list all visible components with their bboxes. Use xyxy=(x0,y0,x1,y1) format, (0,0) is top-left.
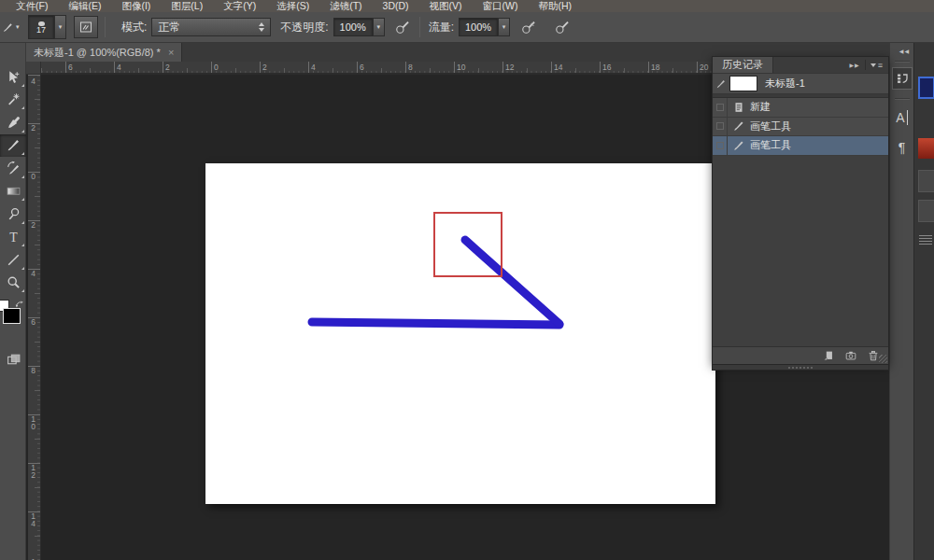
tool-flyout-arrow xyxy=(21,198,24,201)
menu-item-5[interactable]: 文字(Y) xyxy=(213,0,266,11)
hruler-label: 0 xyxy=(214,63,219,72)
history-source-checkbox[interactable] xyxy=(713,98,728,117)
canvas-drawing xyxy=(205,163,715,504)
panel-menu-icon[interactable]: ≡ xyxy=(866,61,888,70)
flow-value: 100% xyxy=(465,21,491,33)
panel-resize-grip[interactable] xyxy=(879,355,887,363)
history-step-row[interactable]: 新建 xyxy=(713,98,888,118)
dock-history-panel-button[interactable] xyxy=(892,67,913,90)
brush-tool[interactable] xyxy=(0,134,26,158)
clipped-panel-column xyxy=(913,43,934,560)
document-canvas[interactable] xyxy=(205,163,715,504)
history-brush-source-icon[interactable] xyxy=(713,78,729,90)
history-panel: 历史记录 ▶▶ ≡ 未标题-1 新建画笔工具画笔工具 xyxy=(712,56,889,365)
clipped-panel-button xyxy=(918,170,934,192)
flow-input[interactable]: 100% xyxy=(459,18,498,36)
stylus-size-icon xyxy=(554,20,570,35)
history-snapshot-row[interactable]: 未标题-1 xyxy=(713,73,888,94)
new-document-from-state-button[interactable] xyxy=(819,348,838,363)
menu-item-7[interactable]: 滤镜(T) xyxy=(319,0,372,11)
vertical-ruler[interactable]: 420246810121416 xyxy=(28,75,41,560)
menu-item-8[interactable]: 3D(D) xyxy=(373,0,419,11)
history-empty-area xyxy=(713,156,888,347)
tool-flyout-arrow xyxy=(21,130,24,133)
hruler-label: 10 xyxy=(457,63,465,72)
pressure-size-button[interactable] xyxy=(551,17,572,37)
close-tab-icon[interactable]: × xyxy=(168,47,174,58)
blend-mode-select[interactable]: 正常 xyxy=(151,18,271,36)
history-brush-tool-icon xyxy=(6,161,21,176)
flow-dropdown-arrow[interactable]: ▾ xyxy=(498,18,510,36)
tools-panel: T xyxy=(0,43,26,560)
tool-flyout-arrow xyxy=(21,289,24,292)
snapshot-thumbnail[interactable] xyxy=(729,76,757,91)
history-source-checkbox[interactable] xyxy=(713,118,728,136)
brush-picker-arrow[interactable]: ▾ xyxy=(54,15,66,39)
history-panel-tab[interactable]: 历史记录 xyxy=(713,57,773,73)
menu-item-9[interactable]: 视图(V) xyxy=(419,0,473,11)
magic-wand-tool[interactable] xyxy=(0,89,26,112)
collapse-dock-icon[interactable]: ◀◀ xyxy=(899,48,913,54)
vruler-label: 8 xyxy=(29,367,37,374)
history-step-row[interactable]: 画笔工具 xyxy=(713,136,888,156)
gradient-tool[interactable] xyxy=(0,180,26,203)
brush-tool-icon xyxy=(6,137,21,153)
tool-flyout-arrow xyxy=(21,175,24,178)
tool-flyout-arrow xyxy=(21,244,24,246)
toggle-brush-panel-button[interactable] xyxy=(74,16,98,38)
color-swatches xyxy=(0,298,26,341)
paragraph-panel-icon: ¶ xyxy=(899,140,906,155)
hruler-label: 6 xyxy=(68,63,73,72)
menu-item-6[interactable]: 选择(S) xyxy=(266,0,319,11)
history-step-label: 画笔工具 xyxy=(750,138,791,152)
history-step-row[interactable]: 画笔工具 xyxy=(713,118,888,137)
divider xyxy=(105,17,106,37)
hruler-label: 20 xyxy=(700,63,708,72)
brush-preset-button[interactable]: 17 xyxy=(28,15,54,39)
collapse-panel-icon[interactable]: ▶▶ xyxy=(845,62,865,68)
mode-label: 模式: xyxy=(121,20,147,35)
tool-flyout-arrow xyxy=(21,152,24,155)
line-tool[interactable] xyxy=(0,248,26,272)
menu-item-4[interactable]: 图层(L) xyxy=(161,0,213,11)
vruler-label: 6 xyxy=(29,318,37,326)
ruler-origin-corner[interactable] xyxy=(26,62,41,75)
menu-item-1[interactable]: 文件(F) xyxy=(6,0,58,11)
flow-label: 流量: xyxy=(429,20,454,35)
menu-item-11[interactable]: 帮助(H) xyxy=(529,0,583,11)
screen-mode-button[interactable] xyxy=(0,348,26,371)
panel-drag-bar[interactable] xyxy=(712,365,889,371)
dock-paragraph-panel-button[interactable]: ¶ xyxy=(892,136,913,159)
zoom-tool[interactable] xyxy=(0,272,26,295)
text-tool[interactable]: T xyxy=(0,226,26,249)
menu-item-2[interactable]: 编辑(E) xyxy=(58,0,111,11)
history-source-checkbox[interactable] xyxy=(713,136,728,155)
swap-colors-icon[interactable] xyxy=(15,298,25,308)
document-tab[interactable]: 未标题-1 @ 100%(RGB/8) * × xyxy=(26,43,182,62)
history-panel-footer xyxy=(713,346,888,364)
tool-preset-picker[interactable]: ▾ xyxy=(2,16,21,38)
menu-item-3[interactable]: 图像(I) xyxy=(111,0,161,11)
camera-icon xyxy=(844,349,857,362)
menu-item-10[interactable]: 窗口(W) xyxy=(473,0,529,11)
eyedropper-tool[interactable] xyxy=(0,111,26,134)
vruler-label: 4 xyxy=(29,270,37,277)
opacity-input[interactable]: 100% xyxy=(333,18,373,36)
dock-grip xyxy=(895,98,910,100)
new-document-icon xyxy=(729,101,748,114)
dock-character-panel-button[interactable]: A xyxy=(892,106,913,129)
clipped-blue-swatch xyxy=(918,77,934,99)
airbrush-button[interactable] xyxy=(517,17,538,37)
eyedropper-tool-icon xyxy=(6,115,21,131)
foreground-color-swatch[interactable] xyxy=(3,308,21,324)
history-brush-tool[interactable] xyxy=(0,157,26,180)
history-panel-header: 历史记录 ▶▶ ≡ xyxy=(713,57,888,73)
move-tool[interactable] xyxy=(0,65,26,89)
character-panel-icon: A xyxy=(896,110,907,125)
new-snapshot-button[interactable] xyxy=(842,348,860,363)
dodge-tool[interactable] xyxy=(0,203,26,226)
airbrush-icon xyxy=(520,20,536,35)
hruler-label: 12 xyxy=(505,63,514,72)
opacity-dropdown-arrow[interactable]: ▾ xyxy=(373,18,385,36)
pressure-opacity-button[interactable] xyxy=(392,17,413,37)
